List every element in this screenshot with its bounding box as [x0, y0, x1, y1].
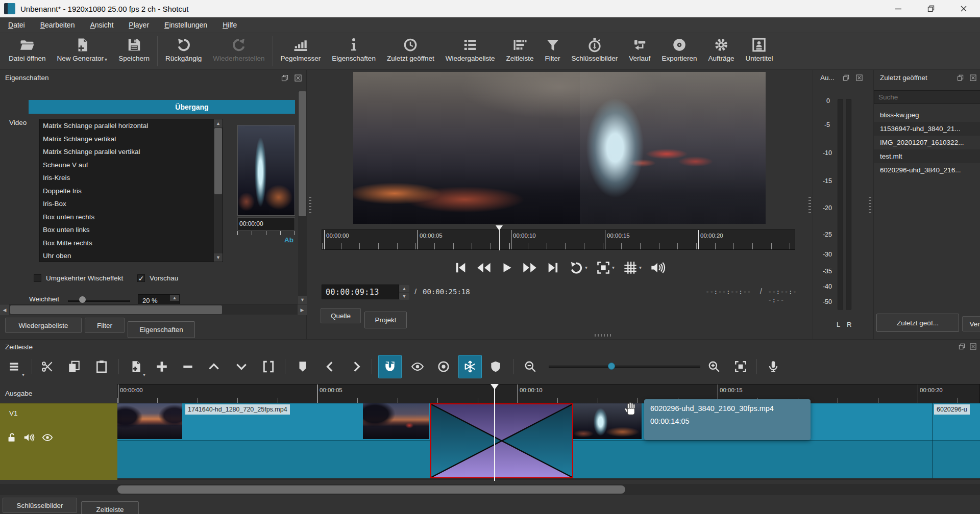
- next-marker-button[interactable]: [346, 356, 367, 377]
- tab-zuletzt-geoeffnet[interactable]: Zuletzt geöf...: [876, 314, 959, 332]
- redo-button[interactable]: Wiederherstellen: [207, 33, 270, 69]
- overwrite-button[interactable]: [231, 356, 252, 377]
- tab-zeitleiste[interactable]: Zeitleiste: [81, 501, 139, 514]
- tab-schluesselbilder[interactable]: Schlüsselbilder: [3, 498, 77, 513]
- menu-player[interactable]: Player: [129, 21, 149, 29]
- scroll-down-icon[interactable]: ▼: [214, 253, 223, 262]
- softness-slider-handle[interactable]: [79, 296, 86, 303]
- list-item[interactable]: Box unten links: [40, 223, 214, 237]
- recent-file-row[interactable]: IMG_20201207_1610322...: [874, 136, 980, 149]
- grid-button[interactable]: ▾: [623, 261, 642, 275]
- scroll-left-icon[interactable]: ◀: [0, 304, 9, 315]
- zoom-fit-button[interactable]: [730, 356, 751, 377]
- properties-button[interactable]: Eigenschaften: [326, 33, 381, 69]
- scrub-while-dragging-toggle[interactable]: [407, 356, 428, 377]
- list-item[interactable]: Doppelte Iris: [40, 185, 214, 198]
- menu-ansicht[interactable]: Ansicht: [90, 21, 113, 29]
- ripple-markers-toggle[interactable]: [485, 356, 506, 377]
- filter-button[interactable]: Filter: [540, 33, 566, 69]
- splitter-handle[interactable]: [808, 197, 811, 214]
- marker-button[interactable]: [292, 356, 313, 377]
- previous-marker-button[interactable]: [320, 356, 341, 377]
- keyframes-button[interactable]: Schlüsselbilder: [566, 33, 624, 69]
- tab-quelle[interactable]: Quelle: [321, 308, 361, 323]
- list-scrollbar[interactable]: ▲ ▼: [214, 119, 223, 262]
- menu-einstellungen[interactable]: Einstellungen: [164, 21, 207, 29]
- copy-button[interactable]: [63, 356, 85, 377]
- append-button[interactable]: ▾: [125, 356, 146, 377]
- float-panel-icon[interactable]: [843, 74, 849, 81]
- list-item[interactable]: Scheune V auf: [40, 159, 214, 172]
- list-item[interactable]: Iris-Kreis: [40, 171, 214, 185]
- playlist-button[interactable]: Wiedergabeliste: [440, 33, 501, 69]
- position-spinner[interactable]: 00:00:09:13 ▲ ▼: [322, 285, 399, 299]
- ripple-all-tracks-toggle[interactable]: [458, 355, 482, 378]
- scrollbar-thumb[interactable]: [10, 305, 222, 314]
- transition-clip[interactable]: [430, 403, 573, 478]
- tab-projekt[interactable]: Projekt: [364, 312, 407, 328]
- snap-toggle[interactable]: [378, 355, 402, 378]
- new-generator-button[interactable]: New Generator▾: [52, 33, 113, 69]
- list-item[interactable]: Box unten rechts: [40, 211, 214, 224]
- close-panel-icon[interactable]: [295, 74, 302, 82]
- player-playhead[interactable]: [496, 225, 503, 250]
- list-item[interactable]: Matrix Schlange parallel horizontal: [40, 119, 214, 133]
- recent-button[interactable]: Zuletzt geöffnet: [381, 33, 440, 69]
- undo-button[interactable]: Rückgängig: [160, 33, 207, 69]
- timeline-playhead[interactable]: [491, 384, 499, 481]
- list-item[interactable]: Uhr oben: [40, 249, 214, 262]
- export-button[interactable]: Exportieren: [656, 33, 702, 69]
- scrollbar-thumb[interactable]: [299, 91, 306, 216]
- fast-forward-button[interactable]: [522, 261, 537, 275]
- preview-checkbox[interactable]: ✓ Vorschau: [137, 274, 178, 282]
- skip-to-start-button[interactable]: [453, 261, 468, 275]
- timeline-hscrollbar[interactable]: [0, 484, 980, 495]
- volume-icon[interactable]: [23, 432, 35, 443]
- timeline-menu-button[interactable]: ▾: [4, 356, 26, 377]
- history-button[interactable]: Verlauf: [623, 33, 656, 69]
- output-track-header[interactable]: Ausgabe: [0, 384, 117, 403]
- append-clip-button[interactable]: [151, 356, 173, 377]
- split-button[interactable]: [258, 356, 279, 377]
- panel-vscrollbar[interactable]: ▼: [298, 91, 307, 304]
- list-item[interactable]: Box Mitte rechts: [40, 237, 214, 250]
- close-panel-icon[interactable]: [970, 343, 976, 350]
- spin-down-icon[interactable]: ▼: [399, 293, 409, 300]
- tab-eigenschaften[interactable]: Eigenschaften: [128, 321, 195, 338]
- list-item[interactable]: Iris-Box: [40, 197, 214, 211]
- tab-filter[interactable]: Filter: [85, 318, 125, 333]
- checkbox-checked-icon[interactable]: ✓: [137, 274, 145, 282]
- list-item[interactable]: Matrix Schlange vertikal: [40, 133, 214, 146]
- menu-hilfe[interactable]: Hilfe: [223, 21, 237, 29]
- timeline-zoom-slider[interactable]: [549, 366, 700, 368]
- tab-wiedergabeliste[interactable]: Wiedergabeliste: [5, 318, 82, 333]
- track-visible-icon[interactable]: [42, 432, 53, 443]
- record-audio-button[interactable]: [763, 356, 784, 377]
- checkbox-unchecked-icon[interactable]: [34, 274, 41, 282]
- recent-file-row[interactable]: 11536947-uhd_3840_21...: [874, 122, 980, 136]
- zoom-in-button[interactable]: [703, 356, 725, 377]
- scroll-up-icon[interactable]: ▲: [214, 119, 223, 127]
- float-panel-icon[interactable]: [957, 74, 964, 81]
- tab-verlauf[interactable]: Ver...: [962, 316, 980, 331]
- unlock-icon[interactable]: [6, 432, 17, 443]
- splitter-handle[interactable]: [309, 197, 311, 214]
- timeline-clip[interactable]: 1741640-hd_1280_720_25fps.mp4: [117, 403, 430, 478]
- ripple-toggle[interactable]: [433, 356, 454, 377]
- scrollbar-thumb[interactable]: [214, 128, 222, 194]
- open-file-button[interactable]: Datei öffnen: [3, 33, 52, 69]
- skip-to-end-button[interactable]: [546, 261, 560, 275]
- float-panel-icon[interactable]: [281, 74, 288, 82]
- video-preview[interactable]: [353, 72, 766, 224]
- close-panel-icon[interactable]: [970, 74, 976, 81]
- reverse-wipe-checkbox[interactable]: Umgekehrter Wischeffekt: [34, 274, 123, 282]
- timeline-button[interactable]: Zeitleiste: [501, 33, 540, 69]
- rewind-button[interactable]: [476, 261, 492, 275]
- zoom-out-button[interactable]: [520, 356, 541, 377]
- peak-meter-button[interactable]: Pegelmesser: [275, 33, 327, 69]
- menu-bearbeiten[interactable]: Bearbeiten: [40, 21, 75, 29]
- maximize-button[interactable]: [915, 0, 947, 17]
- close-button[interactable]: [947, 0, 980, 17]
- play-button[interactable]: [500, 261, 513, 275]
- paste-button[interactable]: [91, 356, 112, 377]
